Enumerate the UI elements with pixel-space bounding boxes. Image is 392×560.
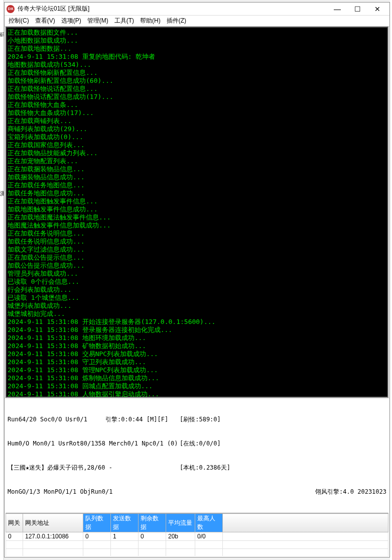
col-gate[interactable]: 网关 [6, 514, 23, 532]
cell-spacer [223, 532, 388, 541]
log-line: 2024-9-11 15:31:08 重复的地图代码: 乾坤者 [8, 53, 386, 61]
cell-avg: 20b [166, 532, 195, 541]
menu-plugins[interactable]: 插件(Z) [167, 17, 186, 25]
log-line: 城堡城初始完成... [8, 310, 386, 318]
cell-addr: 127.0.0.1:10086 [23, 532, 83, 541]
log-line: 正在加载地图触发事件信息... [8, 197, 386, 205]
cell-queue: 0 [83, 532, 111, 541]
log-line: 2024-9-11 15:31:08 炼制物品信息加载成功... [8, 374, 386, 382]
background-left-strip: 码 測 [0, 0, 4, 560]
log-line: 小地图数据加载成功... [8, 37, 386, 45]
log-line: 正在加宠物配置列表... [8, 157, 386, 165]
log-line: 地图数据加载成功(534)... [8, 61, 386, 69]
status-local: [本机:0.2386天] [180, 464, 386, 472]
status-book: 【三國★迷失】必爆天子诏书,28/60 - [8, 464, 180, 472]
log-line: 2024-9-11 15:31:08 矿物数据初始成功... [8, 342, 386, 350]
log-line: 加载任务地图信息成功... [8, 189, 386, 197]
menu-help[interactable]: 帮助(H) [140, 17, 161, 25]
status-engine-version: 翎风引擎:4.0 20231023 [315, 488, 386, 496]
status-bar: Run64/20 Soc0/O Usr0/1 引擎:0:0:44 [M][F] … [5, 398, 389, 513]
log-line: 城堡列表加载成功... [8, 302, 386, 310]
log-line: 商铺列表加载成功(29)... [8, 125, 386, 133]
log-line: 2024-9-11 15:31:08 地图环境加载成功... [8, 334, 386, 342]
status-mongo: MonGO/1/3 MonPO/1/1 ObjRun0/1 [8, 488, 315, 496]
log-line: 2024-9-11 15:31:08 回城点配置加载成功... [8, 382, 386, 390]
log-line: 正在加载怪物大血条... [8, 101, 386, 109]
log-line: 2024-9-11 15:31:08 开始连接登录服务器(127.0.0.1:5… [8, 318, 386, 326]
log-line: 加载地图触发事件信息成功... [8, 205, 386, 213]
log-line: 地图魔法触发事件信息加载成功... [8, 221, 386, 230]
log-line: 加载文字过滤信息成功... [8, 246, 386, 254]
gateway-table[interactable]: 网关 网关地址 队列数据 发送数据 剩余数据 平均流量 最高人数 0 127.0… [6, 513, 388, 556]
log-line: 加载捆装物品信息成功... [8, 173, 386, 181]
titlebar[interactable]: DX 传奇大学论坛01区 [无限版] — ☐ ✕ [5, 3, 389, 16]
log-line: 加载公告提示信息成功... [8, 262, 386, 270]
status-online: [在线:0/0/0] [180, 439, 386, 447]
status-refresh: [刷怪:589:0] [180, 415, 386, 423]
log-line: 正在加载怪物刷新配置信息... [8, 69, 386, 77]
maximize-button[interactable]: ☐ [347, 3, 367, 15]
app-icon: DX [7, 5, 15, 13]
log-line: 正在加载物品技能威力列表... [8, 149, 386, 157]
log-line: 加载怪物大血条成功(17)... [8, 109, 386, 117]
col-queue[interactable]: 队列数据 [83, 514, 111, 532]
log-line: 管理员列表加载成功... [8, 270, 386, 278]
log-line: 正在加载国家信息列表... [8, 141, 386, 149]
cell-max: 0/0 [195, 532, 223, 541]
log-console[interactable]: 正在加载数据图文件...小地图数据加载成功...正在加载地图数据...2024-… [6, 27, 388, 398]
log-line: 正在加载任务说明信息... [8, 230, 386, 238]
main-window: DX 传奇大学论坛01区 [无限版] — ☐ ✕ 控制(C) 查看(V) 选项(… [4, 2, 390, 557]
log-line: 正在加载地图魔法触发事件信息... [8, 213, 386, 221]
log-line: 2024-9-11 15:31:08 人物数据引擎启动成功... [8, 390, 386, 398]
col-send[interactable]: 发送数据 [111, 514, 139, 532]
status-hum: Hum0/O Mon0/1 UsrRot80/1358 Merch0/1 Npc… [8, 439, 180, 447]
gateway-table-wrapper: 网关 网关地址 队列数据 发送数据 剩余数据 平均流量 最高人数 0 127.0… [6, 513, 388, 556]
cell-gate: 0 [6, 532, 23, 541]
log-line: 行会列表加载成功... [8, 286, 386, 294]
log-line: 正在加载地图数据... [8, 45, 386, 53]
col-max[interactable]: 最高人数 [195, 514, 223, 532]
log-line: 加载任务说明信息成功... [8, 238, 386, 246]
status-engine: 引擎:0:0:44 [M][F] [105, 415, 180, 423]
menubar: 控制(C) 查看(V) 选项(P) 管理(M) 工具(T) 帮助(H) 插件(Z… [5, 16, 389, 27]
log-line: 加载怪物刷新配置信息成功(60)... [8, 77, 386, 85]
cell-remain: 0 [139, 532, 166, 541]
cell-send: 1 [111, 532, 139, 541]
log-line: 2024-9-11 15:31:08 登录服务器连接初始化完成... [8, 326, 386, 334]
status-run: Run64/20 Soc0/O Usr0/1 [8, 415, 105, 423]
log-line: 正在加载数据图文件... [8, 29, 386, 37]
menu-view[interactable]: 查看(V) [35, 17, 55, 25]
minimize-button[interactable]: — [327, 3, 347, 15]
log-line: 已读取 0个行会信息... [8, 278, 386, 286]
table-row[interactable] [6, 549, 388, 556]
menu-options[interactable]: 选项(P) [61, 17, 81, 25]
log-line: 正在加载怪物说话配置信息... [8, 85, 386, 93]
log-line: 正在加载商铺列表... [8, 117, 386, 125]
window-title: 传奇大学论坛01区 [无限版] [18, 5, 327, 13]
menu-tools[interactable]: 工具(T) [114, 17, 134, 25]
close-button[interactable]: ✕ [367, 3, 387, 15]
col-spacer [223, 514, 388, 532]
log-line: 正在加载公告提示信息... [8, 254, 386, 262]
window-controls: — ☐ ✕ [327, 3, 387, 15]
col-avg[interactable]: 平均流量 [166, 514, 195, 532]
log-line: 已读取 1个城堡信息... [8, 294, 386, 302]
col-remain[interactable]: 剩余数据 [139, 514, 166, 532]
log-line: 宝箱列表加载成功(0)... [8, 133, 386, 141]
menu-manage[interactable]: 管理(M) [87, 17, 108, 25]
col-addr[interactable]: 网关地址 [23, 514, 83, 532]
log-line: 2024-9-11 15:31:08 守卫列表加载成功... [8, 358, 386, 366]
table-row[interactable] [6, 541, 388, 549]
table-row[interactable]: 0 127.0.0.1:10086 0 1 0 20b 0/0 [6, 532, 388, 541]
log-line: 2024-9-11 15:31:08 交易NPC列表加载成功... [8, 350, 386, 358]
background-right-strip [390, 0, 392, 560]
log-line: 正在加载任务地图信息... [8, 181, 386, 189]
log-line: 加载怪物说话配置信息成功(17)... [8, 93, 386, 101]
log-line: 正在加载捆装物品信息... [8, 165, 386, 173]
menu-control[interactable]: 控制(C) [9, 17, 29, 25]
log-line: 2024-9-11 15:31:08 管理NPC列表加载成功... [8, 366, 386, 374]
